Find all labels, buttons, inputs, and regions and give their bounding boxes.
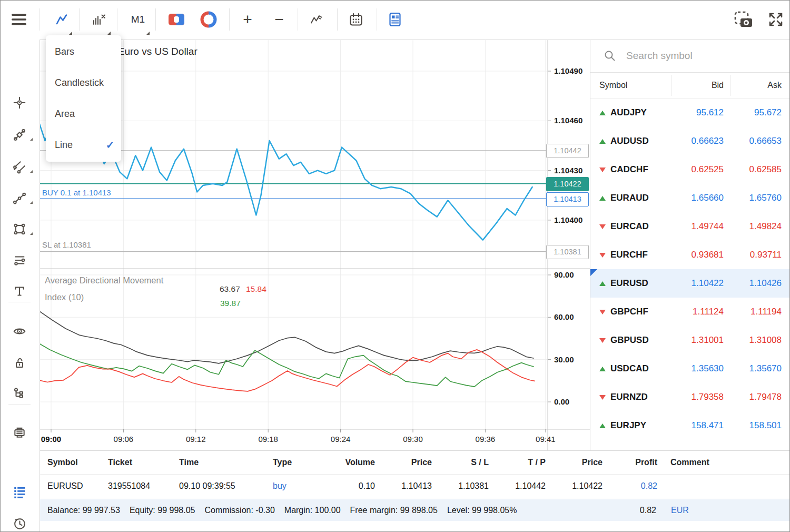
levels-tool-button[interactable] (5, 245, 34, 275)
price-tag-sl: 1.10381 (546, 245, 589, 259)
menu-item-line[interactable]: Line✓ (46, 130, 121, 161)
crosshair-icon (13, 96, 26, 110)
fibonacci-tool-button[interactable] (5, 120, 34, 150)
timeframe-button[interactable]: M1 (123, 5, 153, 34)
price-tag-tp: 1.10442 (546, 144, 589, 158)
row-symbol: AUDJPY (610, 107, 671, 118)
time-axis-label: 09:00 (35, 435, 67, 444)
crosshair-tool-button[interactable] (5, 88, 34, 117)
market-row-eurchf[interactable]: EURCHF0.936810.93711 (590, 241, 790, 269)
shapes-tool-button[interactable] (5, 214, 34, 244)
row-symbol: USDCAD (610, 363, 671, 374)
one-click-trading-button[interactable] (162, 5, 191, 34)
market-row-audusd[interactable]: AUDUSD0.666230.66653 (590, 127, 790, 155)
status-item: Margin: 100.00 (284, 506, 341, 515)
market-row-eurnzd[interactable]: EURNZD1.793581.79478 (590, 383, 790, 411)
row-bid: 1.49744 (671, 221, 724, 232)
eye-icon (13, 324, 26, 338)
minus-icon: − (274, 12, 284, 27)
market-row-eurcad[interactable]: EURCAD1.497441.49824 (590, 212, 790, 241)
screenshot-button[interactable] (729, 5, 758, 34)
row-bid: 0.62525 (671, 164, 724, 175)
menu-item-bars[interactable]: Bars (46, 36, 121, 67)
stop-loss-label[interactable]: SL at 1.10381 (42, 240, 91, 249)
position-ticket: 319551084 (108, 481, 179, 491)
market-watch-header: Symbol Bid Ask (590, 73, 790, 98)
parallel-lines-icon (13, 160, 26, 174)
time-axis-label: 09:06 (107, 435, 139, 444)
row-symbol: EURCAD (610, 221, 671, 232)
menu-item-label: Bars (55, 46, 74, 57)
market-row-usdcad[interactable]: USDCAD1.356301.35670 (590, 354, 790, 383)
col-price-current: Price (550, 458, 607, 467)
bars-with-x-icon (92, 13, 106, 26)
selected-row-corner (590, 269, 597, 276)
position-row[interactable]: EURUSD 319551084 09.10 09:39:55 buy 0.10… (39, 475, 790, 498)
up-arrow-icon (599, 111, 606, 115)
trade-list-button[interactable] (5, 477, 34, 507)
indicator-wave-icon (310, 13, 323, 26)
menu-item-candlestick[interactable]: Candlestick (46, 67, 121, 98)
polyline-tool-button[interactable] (5, 183, 34, 213)
zoom-out-button[interactable]: − (264, 5, 294, 34)
position-price-current: 1.10422 (550, 481, 607, 491)
status-currency: EUR (671, 506, 689, 515)
row-ask: 95.672 (724, 107, 782, 118)
row-bid: 1.65660 (671, 193, 724, 203)
indicators-button[interactable] (302, 5, 331, 34)
main-menu-button[interactable] (4, 5, 34, 34)
col-profit: Profit (607, 458, 661, 467)
down-arrow-icon (599, 168, 606, 172)
menu-item-area[interactable]: Area (46, 98, 121, 130)
print-button[interactable] (5, 418, 34, 447)
position-type: buy (253, 481, 322, 491)
market-depth-button[interactable] (194, 5, 223, 34)
market-row-gbpchf[interactable]: GBPCHF1.111241.11194 (590, 298, 790, 326)
status-item: Free margin: 99 898.05 (350, 506, 438, 515)
calendar-button[interactable] (341, 5, 371, 34)
obj-tree-button[interactable] (5, 379, 34, 408)
col-comment: Comment (661, 458, 790, 467)
down-arrow-icon (599, 253, 606, 258)
market-row-audjpy[interactable]: AUDJPY95.61295.672 (590, 98, 790, 127)
down-arrow-icon (599, 310, 606, 314)
trade-table-header: Symbol Ticket Time Type Volume Price S /… (39, 451, 790, 475)
indicator-axis-label: 90.00 (554, 270, 588, 279)
fullscreen-button[interactable] (761, 5, 790, 34)
zoom-in-button[interactable]: + (233, 5, 262, 34)
up-arrow-icon (599, 281, 606, 286)
indicator-remove-button[interactable] (84, 5, 114, 34)
row-ask: 1.31008 (724, 335, 782, 346)
col-price-open: Price (379, 458, 436, 467)
up-arrow-icon (599, 196, 606, 201)
trendline-tool-button[interactable] (5, 152, 34, 182)
chart-type-button[interactable] (47, 5, 76, 34)
row-bid: 0.93681 (671, 250, 724, 260)
status-item: Commission: -0.30 (204, 506, 274, 515)
row-symbol: AUDUSD (610, 136, 671, 146)
search-input[interactable] (625, 50, 769, 62)
col-tp: T / P (493, 458, 550, 467)
position-sl: 1.10381 (436, 481, 493, 491)
market-row-eurusd[interactable]: EURUSD1.104221.10426 (590, 269, 790, 298)
news-button[interactable] (380, 5, 410, 34)
market-row-euraud[interactable]: EURAUD1.656601.65760 (590, 184, 790, 212)
row-symbol: CADCHF (610, 164, 671, 175)
visibility-button[interactable] (5, 317, 34, 346)
market-row-gbpusd[interactable]: GBPUSD1.310011.31008 (590, 326, 790, 354)
row-ask: 0.62585 (724, 164, 782, 175)
market-row-cadchf[interactable]: CADCHF0.625250.62585 (590, 155, 790, 184)
col-time: Time (179, 458, 253, 467)
polyline-icon (13, 191, 26, 205)
row-bid: 1.31001 (671, 335, 724, 346)
buy-position-label[interactable]: BUY 0.1 at 1.10413 (42, 188, 111, 197)
row-symbol: GBPUSD (610, 335, 671, 346)
levels-icon (13, 253, 26, 267)
line-chart-icon (55, 13, 68, 26)
market-row-eurjpy[interactable]: EURJPY158.471158.501 (590, 411, 790, 440)
row-bid: 1.10422 (671, 278, 724, 289)
history-button[interactable] (5, 509, 34, 532)
symbol-search[interactable] (590, 40, 790, 73)
lock-button[interactable] (5, 348, 34, 378)
up-arrow-icon (599, 367, 606, 371)
